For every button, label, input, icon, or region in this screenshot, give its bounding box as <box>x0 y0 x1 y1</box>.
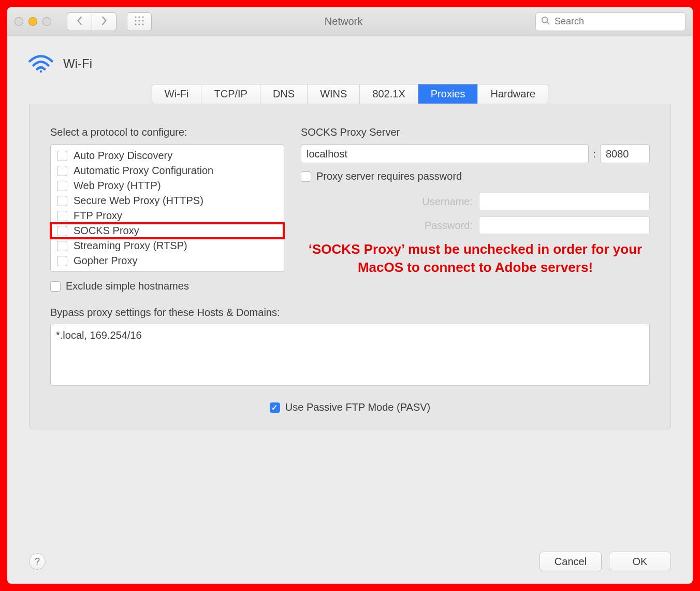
tab-hardware[interactable]: Hardware <box>478 84 548 104</box>
protocol-label: Secure Web Proxy (HTTPS) <box>74 195 203 207</box>
username-input[interactable] <box>479 193 650 210</box>
svg-point-5 <box>142 20 143 21</box>
tab-proxies[interactable]: Proxies <box>418 84 478 104</box>
protocol-checkbox[interactable] <box>57 241 67 251</box>
footer: ? Cancel OK <box>29 552 671 571</box>
search-icon <box>541 16 550 27</box>
protocol-item[interactable]: Auto Proxy Discovery <box>51 148 284 163</box>
host-port-separator: : <box>593 148 596 160</box>
protocol-label: SOCKS Proxy <box>74 225 139 237</box>
nav-buttons <box>67 12 116 31</box>
tab-dns[interactable]: DNS <box>260 84 308 104</box>
protocol-checkbox[interactable] <box>57 181 67 191</box>
tab-wi-fi[interactable]: Wi-Fi <box>152 84 202 104</box>
exclude-hostnames-label: Exclude simple hostnames <box>66 280 189 292</box>
protocol-checkbox[interactable] <box>57 196 67 206</box>
service-header: Wi-Fi <box>7 36 693 82</box>
help-button[interactable]: ? <box>29 553 46 570</box>
server-port-input[interactable] <box>600 145 650 163</box>
protocol-label: Auto Proxy Discovery <box>74 150 172 162</box>
service-title: Wi-Fi <box>63 56 92 71</box>
svg-point-6 <box>135 23 136 25</box>
bypass-label: Bypass proxy settings for these Hosts & … <box>50 307 650 319</box>
password-required-row[interactable]: Proxy server requires password <box>301 170 650 182</box>
titlebar: Network <box>7 7 693 36</box>
traffic-lights <box>14 17 51 26</box>
protocol-label: Streaming Proxy (RTSP) <box>74 240 187 252</box>
protocol-item[interactable]: FTP Proxy <box>51 208 284 223</box>
protocol-item[interactable]: Automatic Proxy Configuration <box>51 163 284 178</box>
pasv-checkbox[interactable] <box>270 402 280 413</box>
svg-point-0 <box>135 16 136 18</box>
protocol-checkbox[interactable] <box>57 211 67 221</box>
ok-button[interactable]: OK <box>609 552 671 571</box>
svg-line-10 <box>547 22 550 24</box>
search-field-wrap[interactable] <box>535 12 686 31</box>
protocol-checkbox[interactable] <box>57 256 67 266</box>
protocol-item[interactable]: Gopher Proxy <box>51 253 284 268</box>
select-protocol-label: Select a protocol to configure: <box>50 126 284 138</box>
close-window-button[interactable] <box>14 17 23 26</box>
password-label: Password: <box>400 220 473 232</box>
server-host-input[interactable] <box>301 145 589 163</box>
svg-point-4 <box>138 20 140 21</box>
protocol-item[interactable]: Web Proxy (HTTP) <box>51 178 284 193</box>
chevron-left-icon <box>76 16 83 27</box>
annotation-text: ‘SOCKS Proxy’ must be unchecked in order… <box>301 240 650 277</box>
protocol-item[interactable]: Streaming Proxy (RTSP) <box>51 238 284 253</box>
password-required-label: Proxy server requires password <box>316 170 462 182</box>
svg-point-11 <box>40 70 42 73</box>
protocol-checkbox[interactable] <box>57 151 67 161</box>
svg-point-7 <box>138 23 140 25</box>
server-column: SOCKS Proxy Server : Proxy server requir… <box>301 126 650 292</box>
protocol-label: Gopher Proxy <box>74 255 137 267</box>
show-all-button[interactable] <box>127 12 152 31</box>
bypass-textarea[interactable] <box>50 324 650 386</box>
search-input[interactable] <box>555 16 680 27</box>
protocol-label: FTP Proxy <box>74 210 122 222</box>
protocol-item[interactable]: Secure Web Proxy (HTTPS) <box>51 193 284 208</box>
tab-wins[interactable]: WINS <box>308 84 360 104</box>
window-title: Network <box>157 16 530 27</box>
svg-point-3 <box>135 20 136 21</box>
chevron-right-icon <box>100 16 108 27</box>
protocols-column: Select a protocol to configure: Auto Pro… <box>50 126 284 292</box>
pasv-row[interactable]: Use Passive FTP Mode (PASV) <box>50 401 650 413</box>
protocol-label: Automatic Proxy Configuration <box>74 165 213 177</box>
forward-button[interactable] <box>92 12 116 31</box>
svg-point-2 <box>142 16 143 18</box>
exclude-hostnames-checkbox[interactable] <box>50 281 61 292</box>
help-icon: ? <box>35 556 40 567</box>
back-button[interactable] <box>67 12 92 31</box>
password-required-checkbox[interactable] <box>301 171 311 182</box>
tab-tcp-ip[interactable]: TCP/IP <box>201 84 260 104</box>
tabs-container: Wi-FiTCP/IPDNSWINS802.1XProxiesHardware <box>7 84 693 104</box>
protocol-label: Web Proxy (HTTP) <box>74 180 161 192</box>
username-label: Username: <box>400 196 473 208</box>
protocol-item[interactable]: SOCKS Proxy <box>51 223 284 238</box>
network-window: Network Wi-Fi Wi-FiTCP/IPDNSWINS802.1XPr… <box>7 7 693 584</box>
pasv-label: Use Passive FTP Mode (PASV) <box>285 401 430 413</box>
svg-point-1 <box>138 16 140 18</box>
server-label: SOCKS Proxy Server <box>301 126 650 138</box>
wifi-icon <box>27 53 55 75</box>
tab-802-1x[interactable]: 802.1X <box>360 84 418 104</box>
svg-point-8 <box>142 23 143 25</box>
password-input[interactable] <box>479 217 650 234</box>
proxies-panel: Select a protocol to configure: Auto Pro… <box>29 104 671 429</box>
protocol-checkbox[interactable] <box>57 226 67 236</box>
protocol-checkbox[interactable] <box>57 166 67 176</box>
zoom-window-button[interactable] <box>42 17 51 26</box>
exclude-hostnames-row[interactable]: Exclude simple hostnames <box>50 280 284 292</box>
cancel-button[interactable]: Cancel <box>539 552 602 571</box>
grid-icon <box>134 16 144 28</box>
svg-point-9 <box>542 17 548 22</box>
protocol-list[interactable]: Auto Proxy DiscoveryAutomatic Proxy Conf… <box>50 145 284 272</box>
minimize-window-button[interactable] <box>28 17 37 26</box>
